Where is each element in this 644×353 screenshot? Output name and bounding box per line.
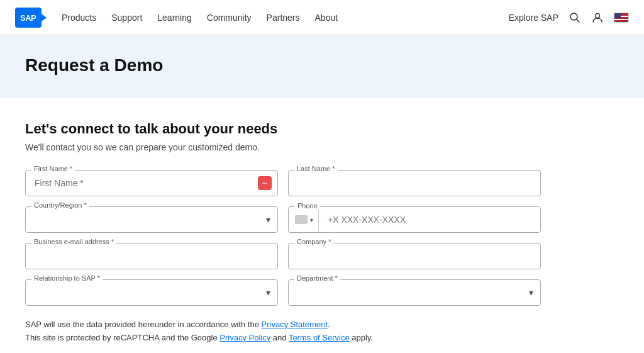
hero-banner: Request a Demo [0, 35, 644, 98]
svg-text:SAP: SAP [20, 13, 36, 23]
nav-partners[interactable]: Partners [267, 13, 300, 23]
terms-of-service-link[interactable]: Terms of Service [289, 333, 350, 342]
phone-label: Phone [295, 202, 320, 210]
nav-products[interactable]: Products [62, 13, 96, 23]
phone-flag-icon [295, 215, 308, 224]
country-field: United States Germany United Kingdom Cou… [25, 206, 278, 233]
first-name-error-icon: ··· [258, 176, 272, 190]
nav-right: Explore SAP [509, 11, 629, 24]
search-icon[interactable] [569, 11, 581, 24]
company-field: Company * [288, 243, 541, 269]
demo-form: ··· First Name * Last Name * United Stat… [25, 170, 541, 306]
first-name-input[interactable] [25, 170, 278, 196]
navbar: SAP Products Support Learning Community … [0, 0, 644, 35]
email-label: Business e-mail address * [31, 238, 116, 245]
phone-wrapper: Phone ▾ [288, 206, 541, 233]
legal-text: SAP will use the data provided hereunder… [25, 318, 541, 345]
department-label: Department * [294, 274, 340, 282]
last-name-field: Last Name * [288, 170, 541, 196]
user-icon[interactable] [591, 11, 604, 24]
relationship-label: Relationship to SAP * [31, 274, 103, 282]
country-select[interactable]: United States Germany United Kingdom [25, 206, 278, 233]
legal-line2: This site is protected by reCAPTCHA and … [25, 332, 541, 345]
svg-point-4 [596, 13, 600, 18]
legal-line2-prefix: This site is protected by reCAPTCHA and … [25, 333, 219, 342]
sap-logo-icon: SAP [15, 8, 42, 28]
privacy-policy-link[interactable]: Privacy Policy [219, 333, 270, 342]
section-title: Let's connect to talk about your needs [25, 121, 541, 137]
nav-support[interactable]: Support [111, 13, 142, 23]
last-name-input[interactable] [288, 170, 541, 196]
form-row-email-company: Business e-mail address * Company * [25, 243, 541, 269]
explore-sap-link[interactable]: Explore SAP [509, 13, 558, 23]
legal-line2-middle: and [270, 333, 289, 342]
relationship-select[interactable]: Customer Prospect Partner [25, 279, 278, 306]
language-flag-icon[interactable] [614, 13, 629, 23]
phone-input[interactable] [319, 207, 540, 232]
section-subtitle: We'll contact you so we can prepare your… [25, 142, 541, 152]
nav-about[interactable]: About [315, 13, 338, 23]
form-row-name: ··· First Name * Last Name * [25, 170, 541, 196]
nav-learning[interactable]: Learning [157, 13, 192, 23]
nav-community[interactable]: Community [207, 13, 252, 23]
company-input[interactable] [288, 243, 541, 269]
first-name-input-wrapper: ··· [25, 170, 278, 196]
legal-line1-prefix: SAP will use the data provided hereunder… [25, 320, 262, 329]
first-name-label: First Name * [31, 165, 75, 172]
department-field: IT Finance HR Operations Department * [288, 279, 541, 306]
phone-field: Phone ▾ [288, 206, 541, 233]
email-field: Business e-mail address * [25, 243, 278, 269]
legal-line1-suffix: . [328, 320, 330, 329]
privacy-statement-link[interactable]: Privacy Statement [262, 320, 328, 329]
svg-line-3 [577, 19, 580, 22]
legal-line2-suffix: apply. [350, 333, 373, 342]
page-title: Request a Demo [25, 55, 619, 76]
last-name-label: Last Name * [294, 165, 338, 172]
country-label: Country/Region * [31, 201, 89, 209]
first-name-field: ··· First Name * [25, 170, 278, 196]
email-input[interactable] [25, 243, 278, 269]
nav-links: Products Support Learning Community Part… [62, 13, 509, 23]
form-row-relationship-department: Customer Prospect Partner Relationship t… [25, 279, 541, 306]
phone-chevron-icon: ▾ [310, 216, 313, 223]
department-select[interactable]: IT Finance HR Operations [288, 279, 541, 306]
legal-line1: SAP will use the data provided hereunder… [25, 318, 541, 332]
logo[interactable]: SAP [15, 8, 42, 28]
relationship-field: Customer Prospect Partner Relationship t… [25, 279, 278, 306]
main-content: Let's connect to talk about your needs W… [0, 98, 566, 353]
form-row-country-phone: United States Germany United Kingdom Cou… [25, 206, 541, 233]
company-label: Company * [294, 238, 333, 245]
phone-flag-dropdown[interactable]: ▾ [289, 208, 319, 232]
